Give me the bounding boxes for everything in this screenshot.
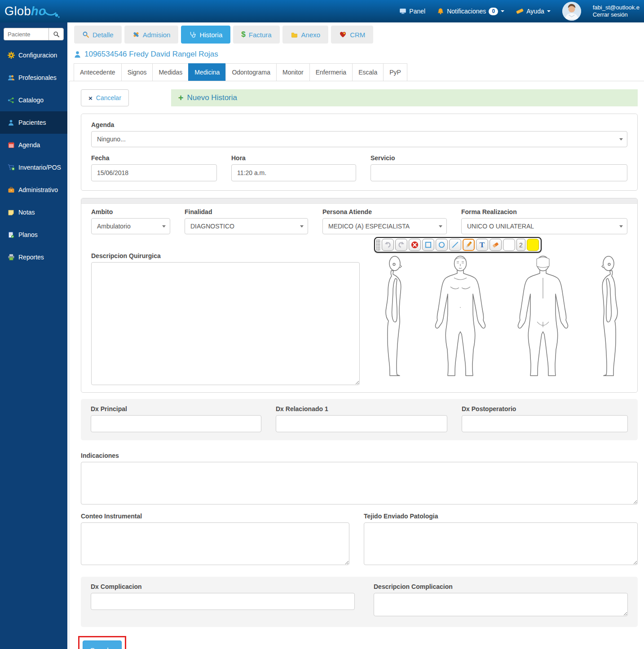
dx-relacionado1-input[interactable]	[276, 415, 447, 432]
forma-realizacion-select[interactable]: UNICO O UNILATERAL	[461, 218, 627, 234]
briefcase-icon	[7, 186, 15, 193]
tab-crm[interactable]: CRM	[331, 26, 373, 44]
indications-section: Indicaciones Conteo Instrumental Tejido …	[81, 452, 638, 565]
dx-relacionado1-label: Dx Relacionado 1	[276, 405, 447, 412]
sidebar-item-label: Configuracion	[18, 52, 57, 59]
dx-postoperatorio-input[interactable]	[462, 415, 628, 432]
hora-input[interactable]	[231, 164, 356, 181]
subtab-medidas[interactable]: Medidas	[152, 63, 189, 81]
sidebar-item-agenda[interactable]: Agenda	[0, 134, 67, 156]
folder-icon	[291, 31, 298, 38]
line-width-value[interactable]: 2	[516, 239, 525, 251]
sidebar-item-notas[interactable]: Notas	[0, 201, 67, 224]
subtab-signos[interactable]: Signos	[121, 63, 153, 81]
tab-admision[interactable]: Admision	[124, 26, 179, 44]
delete-shape-button[interactable]	[409, 239, 421, 251]
stroke-color-swatch[interactable]	[503, 239, 515, 251]
undo-button[interactable]	[382, 239, 394, 251]
people-icon	[7, 74, 15, 81]
finalidad-label: Finalidad	[185, 208, 308, 215]
fill-color-swatch[interactable]	[527, 239, 539, 251]
tab-label: Historia	[199, 31, 222, 39]
eraser-tool-button[interactable]	[490, 239, 502, 251]
indicaciones-label: Indicaciones	[81, 452, 638, 459]
tab-factura[interactable]: $ Factura	[233, 26, 279, 44]
nav-panel[interactable]: Panel	[399, 8, 425, 15]
nav-panel-label: Panel	[409, 8, 425, 15]
person-icon	[7, 119, 15, 126]
cancel-label: Cancelar	[96, 94, 121, 101]
sidebar-item-label: Planos	[18, 231, 38, 238]
tab-historia[interactable]: Historia	[181, 26, 230, 44]
circle-tool-button[interactable]	[436, 239, 448, 251]
nav-help[interactable]: Ayuda	[516, 8, 550, 15]
app-logo[interactable]: Globho	[0, 4, 67, 18]
sidebar-item-label: Profesionales	[18, 74, 57, 81]
redo-button[interactable]	[395, 239, 407, 251]
crm-phone-icon	[339, 31, 347, 38]
agenda-select[interactable]: Ninguno...	[91, 131, 627, 147]
subtab-antecedente[interactable]: Antecedente	[74, 63, 122, 81]
body-figure-back[interactable]	[509, 254, 577, 380]
stethoscope-icon	[189, 31, 196, 38]
persona-atiende-select[interactable]: MEDICO (A) ESPECIALISTA	[322, 218, 447, 234]
search-input[interactable]	[4, 28, 49, 40]
sidebar-item-reportes[interactable]: Reportes	[0, 246, 67, 268]
tejido-enviado-textarea[interactable]	[364, 522, 638, 565]
new-history-bar[interactable]: + Nuevo Historia	[171, 89, 638, 106]
conteo-instrumental-textarea[interactable]	[81, 522, 349, 565]
notifications-count-badge: 0	[489, 8, 498, 15]
document-check-icon	[7, 232, 15, 238]
text-tool-button[interactable]: T	[476, 239, 488, 251]
complication-section: Dx Complicacion Descripcion Complicacion	[81, 577, 638, 627]
sidebar-item-pacientes[interactable]: Pacientes	[0, 111, 67, 134]
pencil-tool-button[interactable]	[463, 239, 475, 251]
ambito-select[interactable]: Ambulatorio	[91, 218, 170, 234]
sidebar-item-administrativo[interactable]: Administrativo	[0, 179, 67, 201]
finalidad-select[interactable]: DIAGNOSTICO	[185, 218, 308, 234]
dx-principal-input[interactable]	[91, 415, 261, 432]
save-button[interactable]: Guardar	[83, 640, 122, 649]
search-button[interactable]	[49, 28, 64, 40]
sidebar-item-inventario-pos[interactable]: Inventario/POS	[0, 156, 67, 179]
user-avatar[interactable]	[562, 2, 581, 21]
subtab-pyp[interactable]: PyP	[383, 63, 407, 81]
servicio-input[interactable]	[371, 164, 627, 181]
nav-notifications[interactable]: Notificaciones 0	[437, 8, 504, 15]
subtab-escala[interactable]: Escala	[352, 63, 384, 81]
sidebar-item-label: Catalogo	[18, 96, 44, 104]
sidebar-item-profesionales[interactable]: Profesionales	[0, 66, 67, 89]
dx-complicacion-input[interactable]	[91, 593, 355, 610]
sidebar-item-label: Agenda	[18, 141, 40, 149]
sidebar-item-planos[interactable]: Planos	[0, 224, 67, 246]
tab-detalle[interactable]: Detalle	[74, 26, 122, 44]
sidebar-item-catalogo[interactable]: Catalogo	[0, 89, 67, 111]
subtab-enfermeria[interactable]: Enfermeria	[309, 63, 353, 81]
gear-icon	[7, 52, 15, 59]
line-tool-button[interactable]	[449, 239, 461, 251]
descripcion-complicacion-textarea[interactable]	[374, 593, 628, 616]
toolbar-drag-handle[interactable]	[376, 239, 380, 251]
fecha-input[interactable]	[91, 164, 217, 181]
subtab-odontograma[interactable]: Odontograma	[225, 63, 277, 81]
tab-label: Anexo	[301, 31, 321, 39]
account-info[interactable]: fabi_st@outlook.e Cerrar sesión	[593, 4, 640, 19]
surgery-section: Ambito Ambulatorio Finalidad DIAGNOSTICO…	[81, 198, 638, 393]
cancel-button[interactable]: × Cancelar	[81, 89, 129, 106]
descripcion-quirurgica-textarea[interactable]	[91, 262, 360, 385]
body-diagram[interactable]	[374, 253, 627, 380]
body-figure-right-profile[interactable]	[591, 254, 626, 380]
persona-atiende-label: Persona Atiende	[322, 208, 447, 215]
rectangle-tool-button[interactable]	[422, 239, 434, 251]
servicio-label: Servicio	[371, 154, 627, 162]
forma-realizacion-label: Forma Realizacion	[461, 208, 627, 215]
logout-link[interactable]: Cerrar sesión	[593, 11, 640, 18]
tab-anexo[interactable]: Anexo	[282, 26, 329, 44]
subtab-monitor[interactable]: Monitor	[276, 63, 310, 81]
subtab-medicina[interactable]: Medicina	[188, 63, 226, 81]
body-figure-front[interactable]	[427, 254, 494, 380]
indicaciones-textarea[interactable]	[81, 462, 638, 504]
body-figure-left-profile[interactable]	[377, 254, 412, 380]
tejido-enviado-label: Tejido Enviado Patologia	[364, 513, 638, 520]
sidebar-item-configuracion[interactable]: Configuracion	[0, 44, 67, 66]
